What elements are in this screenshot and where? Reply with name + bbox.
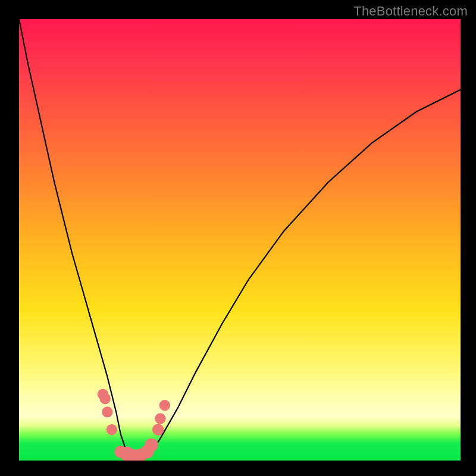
chart-frame: TheBottleneck.com — [0, 0, 476, 476]
watermark-text: TheBottleneck.com — [353, 4, 468, 19]
marker-dot — [155, 413, 165, 424]
marker-dot — [102, 406, 112, 417]
marker-dot — [152, 424, 164, 436]
curve-layer — [19, 19, 461, 461]
curve-markers — [98, 389, 170, 461]
marker-dot — [100, 393, 111, 404]
marker-dot — [159, 400, 170, 411]
marker-dot — [107, 424, 117, 435]
gradient-plot-area — [19, 19, 461, 461]
marker-dot — [145, 439, 158, 452]
bottleneck-curve — [19, 19, 461, 461]
